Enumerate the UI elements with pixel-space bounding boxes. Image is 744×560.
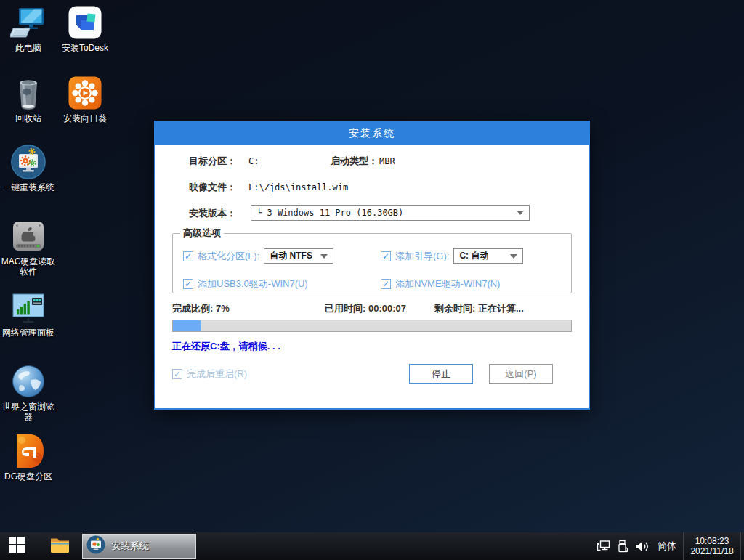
format-partition-checkbox[interactable]: ✓	[183, 251, 193, 261]
sunflower-icon	[68, 75, 102, 111]
file-explorer-button[interactable]	[44, 532, 76, 560]
desktop-icon-this-pc[interactable]: 此电脑	[0, 4, 57, 53]
desktop-icon-label: 此电脑	[15, 43, 41, 53]
dialog-titlebar[interactable]: 安装系统	[155, 122, 589, 145]
network-panel-icon	[11, 289, 46, 325]
desktop-icon-label: 世界之窗浏览器	[0, 402, 57, 422]
progress-fill	[173, 320, 201, 331]
dialog-title: 安装系统	[349, 127, 395, 140]
network-icon[interactable]	[594, 532, 613, 560]
nvme-driver-checkbox[interactable]: ✓	[381, 279, 391, 289]
advanced-options-legend: 高级选项	[180, 227, 224, 240]
reinstall-system-icon	[10, 144, 46, 180]
desktop-icon-mac-disk[interactable]: MAC硬盘读取软件	[0, 218, 57, 277]
volume-icon[interactable]	[632, 532, 651, 560]
dg-partition-icon	[11, 433, 46, 469]
start-button[interactable]	[0, 532, 33, 560]
desktop-icon-dg-partition[interactable]: DG硬盘分区	[0, 433, 57, 482]
folder-icon	[50, 537, 70, 556]
elapsed-label: 已用时间: 00:00:07	[325, 302, 406, 315]
usb-icon[interactable]	[613, 532, 632, 560]
add-boot-label: 添加引导(G):	[395, 250, 449, 263]
chevron-down-icon	[320, 254, 328, 259]
stop-button[interactable]: 停止	[409, 364, 473, 384]
reinstall-system-icon	[86, 535, 105, 557]
todesk-icon	[68, 4, 102, 41]
return-button[interactable]: 返回(P)	[489, 364, 553, 384]
remaining-label: 剩余时间: 正在计算...	[434, 302, 524, 315]
add-boot-checkbox[interactable]: ✓	[381, 251, 391, 261]
format-partition-option: ✓ 格式化分区(F): 自动 NTFS	[183, 248, 381, 264]
install-version-value: └ 3 Windows 11 Pro (16.30GB)	[256, 208, 403, 218]
desktop-icon-reinstall[interactable]: 一键重装系统	[0, 144, 57, 192]
nvme-driver-option: ✓ 添加NVME驱动-WIN7(N)	[381, 277, 500, 291]
clock-date: 2021/11/18	[690, 546, 733, 556]
reboot-option: ✓ 完成后重启(R)	[172, 368, 247, 381]
desktop-icon-network-panel[interactable]: 网络管理面板	[0, 289, 57, 338]
desktop-icon-browser[interactable]: 世界之窗浏览器	[0, 363, 57, 422]
usb3-driver-label: 添加USB3.0驱动-WIN7(U)	[198, 277, 308, 291]
install-version-label: 安装版本：	[189, 207, 236, 220]
desktop-icon-label: MAC硬盘读取软件	[0, 256, 57, 277]
recycle-bin-icon	[11, 75, 46, 111]
status-text: 正在还原C:盘，请稍候. . .	[172, 340, 280, 353]
format-partition-dropdown[interactable]: 自动 NTFS	[264, 248, 333, 264]
add-boot-dropdown[interactable]: C: 自动	[453, 248, 523, 264]
boot-type-value: MBR	[379, 156, 395, 166]
reboot-checkbox[interactable]: ✓	[172, 369, 182, 379]
desktop-icon-label: 安装向日葵	[63, 113, 107, 123]
chevron-down-icon	[517, 211, 524, 215]
system-tray: 简体 10:08:23 2021/11/18	[594, 532, 744, 560]
install-dialog: 安装系统 目标分区： C: 启动类型： MBR 映像文件： F:\Zjds\in…	[154, 121, 590, 410]
desktop-icon-sunflower[interactable]: 安装向日葵	[57, 75, 113, 123]
taskbar-task-install-system[interactable]: 安装系统	[82, 534, 196, 559]
mac-disk-icon	[10, 218, 46, 254]
image-file-label: 映像文件：	[189, 181, 236, 194]
format-partition-value: 自动 NTFS	[270, 250, 312, 262]
windows-logo-icon	[9, 537, 25, 556]
completion-label: 完成比例: 7%	[172, 302, 230, 315]
browser-icon	[11, 363, 46, 399]
format-partition-label: 格式化分区(F):	[198, 250, 259, 263]
desktop-icon-label: 安装ToDesk	[62, 43, 108, 53]
taskbar: 安装系统 简体	[0, 532, 744, 560]
desktop-icon-label: 一键重装系统	[2, 182, 54, 192]
install-version-dropdown[interactable]: └ 3 Windows 11 Pro (16.30GB)	[251, 205, 530, 221]
this-pc-icon	[10, 4, 46, 41]
reboot-label: 完成后重启(R)	[187, 368, 247, 381]
add-boot-option: ✓ 添加引导(G): C: 自动	[381, 248, 523, 264]
chevron-down-icon	[510, 254, 517, 259]
image-file-value: F:\Zjds\install.wim	[248, 182, 348, 192]
progress-bar	[172, 320, 572, 332]
target-partition-label: 目标分区：	[189, 155, 236, 168]
add-boot-value: C: 自动	[459, 250, 488, 262]
advanced-options-fieldset: 高级选项 ✓ 格式化分区(F): 自动 NTFS ✓ 添加引导(G): C: 自…	[172, 227, 572, 293]
target-partition-value: C:	[248, 156, 259, 166]
desktop-icon-recycle-bin[interactable]: 回收站	[0, 75, 57, 123]
boot-type-label: 启动类型：	[331, 155, 378, 168]
input-method-indicator[interactable]: 简体	[651, 540, 683, 553]
desktop-icon-label: DG硬盘分区	[4, 471, 52, 482]
dialog-body: 目标分区： C: 启动类型： MBR 映像文件： F:\Zjds\install…	[155, 145, 589, 408]
taskbar-task-label: 安装系统	[111, 540, 149, 553]
nvme-driver-label: 添加NVME驱动-WIN7(N)	[395, 277, 500, 291]
desktop-icon-label: 网络管理面板	[2, 328, 54, 338]
desktop-icon-todesk[interactable]: 安装ToDesk	[57, 4, 113, 53]
clock[interactable]: 10:08:23 2021/11/18	[683, 532, 741, 560]
usb3-driver-option: ✓ 添加USB3.0驱动-WIN7(U)	[183, 277, 381, 291]
desktop-icon-label: 回收站	[15, 113, 41, 123]
usb3-driver-checkbox[interactable]: ✓	[183, 279, 193, 289]
clock-time: 10:08:23	[695, 536, 729, 546]
